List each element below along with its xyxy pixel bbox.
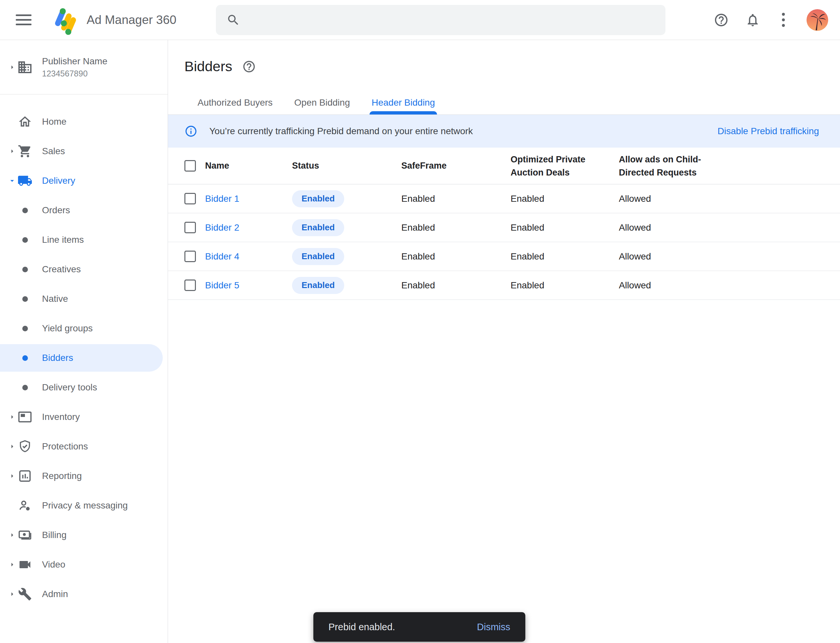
sidebar-item-inventory[interactable]: Inventory [0,403,163,431]
bidder-link[interactable]: Bidder 2 [205,222,239,233]
sidebar-item-label: Bidders [42,353,73,363]
bidder-link[interactable]: Bidder 1 [205,194,239,204]
person-badge-icon [17,498,33,513]
search-icon [226,13,240,27]
table-row: Bidder 4 Enabled Enabled Enabled Allowed [168,242,840,271]
ad-manager-logo-icon [51,5,79,35]
column-header-name: Name [205,161,292,171]
sidebar-item-label: Sales [42,146,65,157]
caret-right-icon [7,560,17,569]
column-header-opa-deals: Optimized Private Auction Deals [511,153,593,179]
prebid-banner: You’re currently trafficking Prebid dema… [168,115,840,148]
caret-right-icon [7,147,17,155]
sidebar-item-reporting[interactable]: Reporting [0,462,163,490]
child-directed-cell: Allowed [619,222,840,233]
child-directed-cell: Allowed [619,194,840,204]
bullet-icon [17,385,33,390]
tab-bar: Authorized Buyers Open Bidding Header Bi… [168,98,840,115]
sidebar-item-label: Delivery tools [42,382,97,393]
sidebar-item-billing[interactable]: Billing [0,521,163,549]
dismiss-button[interactable]: Dismiss [477,622,511,633]
select-all-checkbox[interactable] [185,160,196,171]
sidebar-item-label: Orders [42,205,70,215]
building-icon [17,59,33,75]
sidebar: Publisher Name 1234567890 Home [0,40,168,643]
sidebar-item-home[interactable]: Home [0,108,163,135]
search-input[interactable] [248,15,655,26]
status-chip: Enabled [292,190,344,207]
snackbar-toast: Prebid enabled. Dismiss [313,612,525,642]
sidebar-item-label: Billing [42,530,67,540]
notifications-icon[interactable] [745,13,760,28]
column-header-child-directed: Allow ads on Child-Directed Requests [619,153,704,179]
opa-deals-cell: Enabled [511,280,619,290]
sidebar-item-creatives[interactable]: Creatives [0,256,163,283]
disable-prebid-link[interactable]: Disable Prebid trafficking [717,126,819,137]
caret-right-icon [7,590,17,598]
sidebar-item-label: Yield groups [42,323,93,334]
status-chip: Enabled [292,248,344,265]
row-checkbox[interactable] [185,279,196,291]
safeframe-cell: Enabled [401,222,511,233]
column-header-safeframe: SafeFrame [401,161,511,171]
bar-chart-icon [17,469,33,483]
sidebar-item-orders[interactable]: Orders [0,196,163,224]
bidder-link[interactable]: Bidder 5 [205,280,239,290]
caret-right-icon [7,531,17,539]
sidebar-item-delivery[interactable]: Delivery [0,167,163,194]
bidder-link[interactable]: Bidder 4 [205,251,239,261]
sidebar-item-privacy-messaging[interactable]: Privacy & messaging [0,492,163,519]
sidebar-item-protections[interactable]: Protections [0,433,163,460]
sidebar-item-video[interactable]: Video [0,551,163,578]
sidebar-item-sales[interactable]: Sales [0,137,163,165]
bullet-icon [17,296,33,302]
shield-check-icon [17,439,33,454]
row-checkbox[interactable] [185,222,196,233]
child-directed-cell: Allowed [619,280,840,290]
tab-authorized-buyers[interactable]: Authorized Buyers [196,98,275,114]
sidebar-nav: Home Sales [0,95,168,608]
row-checkbox[interactable] [185,251,196,262]
caret-right-icon [7,413,17,421]
safeframe-cell: Enabled [401,194,511,204]
tab-header-bidding[interactable]: Header Bidding [369,98,437,114]
sidebar-item-label: Privacy & messaging [42,500,127,511]
help-icon[interactable] [714,13,729,28]
publisher-name: Publisher Name [42,56,107,67]
bullet-icon [17,237,33,243]
caret-right-icon [7,442,17,451]
more-vert-icon[interactable] [777,13,790,27]
status-chip: Enabled [292,219,344,236]
sidebar-item-bidders[interactable]: Bidders [0,344,163,372]
table-row: Bidder 5 Enabled Enabled Enabled Allowed [168,271,840,300]
sidebar-item-native[interactable]: Native [0,285,163,313]
sidebar-item-label: Native [42,294,68,304]
videocam-icon [17,557,33,572]
sidebar-item-yield-groups[interactable]: Yield groups [0,315,163,342]
sidebar-item-admin[interactable]: Admin [0,580,163,608]
sidebar-item-delivery-tools[interactable]: Delivery tools [0,374,163,401]
inventory-icon [17,410,33,424]
opa-deals-cell: Enabled [511,251,619,262]
topbar-actions [714,9,828,31]
tab-open-bidding[interactable]: Open Bidding [293,98,352,114]
sidebar-item-line-items[interactable]: Line items [0,226,163,254]
avatar[interactable] [807,9,828,31]
sidebar-item-label: Home [42,116,67,127]
banner-message: You’re currently trafficking Prebid dema… [209,126,473,137]
page-help-icon[interactable] [242,60,256,73]
publisher-switcher[interactable]: Publisher Name 1234567890 [0,40,168,95]
table-row: Bidder 1 Enabled Enabled Enabled Allowed [168,184,840,213]
wrench-icon [17,587,33,601]
row-checkbox[interactable] [185,193,196,204]
safeframe-cell: Enabled [401,280,511,290]
main-content: Bidders Authorized Buyers Open Bidding H… [168,40,840,643]
bullet-icon [17,355,33,361]
truck-icon [17,173,33,188]
table-header-row: Name Status SafeFrame Optimized Private … [168,148,840,184]
sidebar-item-label: Protections [42,441,88,452]
sidebar-item-label: Delivery [42,176,75,186]
menu-icon[interactable] [16,15,31,25]
sidebar-item-label: Creatives [42,264,81,274]
search-bar[interactable] [216,5,665,35]
